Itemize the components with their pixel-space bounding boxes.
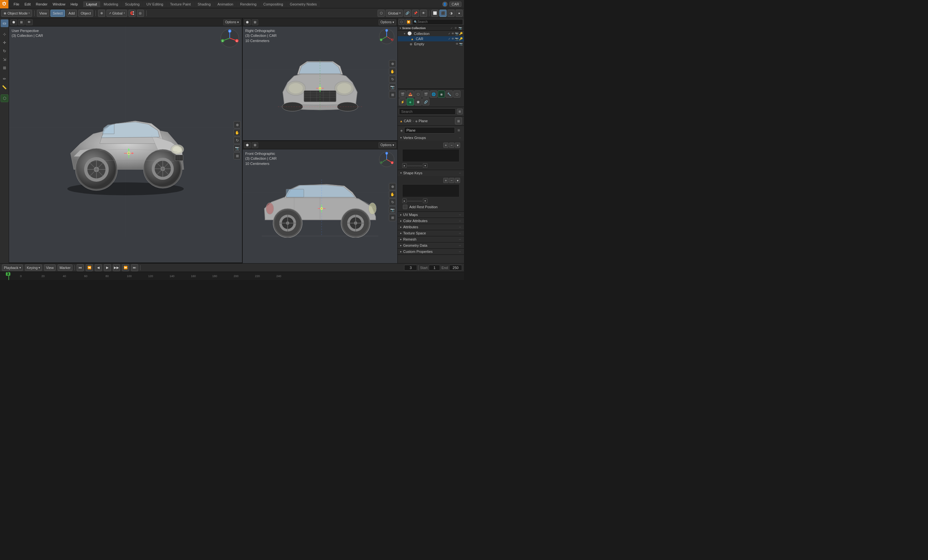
prop-search-input[interactable] xyxy=(399,108,456,115)
vp-select-mode-vertex[interactable]: ⬟ xyxy=(10,20,17,25)
tl-next-frame[interactable]: ▶▶ xyxy=(113,264,120,271)
tool-move[interactable]: ✛ xyxy=(1,39,8,47)
viewport-shading-wire[interactable]: ⬜ xyxy=(431,10,438,17)
front-vp-icon2[interactable]: ⊞ xyxy=(252,142,258,148)
props-physics-icon[interactable]: ⚡ xyxy=(399,98,406,105)
uv-maps-header[interactable]: ▸ UV Maps ↔ xyxy=(398,212,464,218)
tl-prev-btn[interactable]: ⏪ xyxy=(86,264,93,271)
vg-expand-btn[interactable]: ▾ xyxy=(455,143,460,148)
menu-render[interactable]: Render xyxy=(33,2,50,7)
snap-toggle-2[interactable]: 📌 xyxy=(412,10,419,17)
vp-icon-view[interactable]: 👁 xyxy=(26,20,33,25)
breadcrumb-expand[interactable]: ⊞ xyxy=(455,117,462,125)
tab-uv-editing[interactable]: UV Editing xyxy=(143,1,166,7)
props-data-icon[interactable]: ◈ xyxy=(407,98,414,105)
props-modifier-icon[interactable]: 🔧 xyxy=(446,91,453,97)
playback-btn[interactable]: Playback▾ xyxy=(2,265,23,271)
tab-modeling[interactable]: Modeling xyxy=(101,1,122,7)
tab-geometry-nodes[interactable]: Geometry Nodes xyxy=(287,1,320,7)
right-vp-icon1[interactable]: ⬟ xyxy=(244,20,251,25)
global-label-right[interactable]: Global▾ xyxy=(386,10,403,17)
tab-rendering[interactable]: Rendering xyxy=(237,1,260,7)
props-constraint-icon[interactable]: 🔗 xyxy=(422,98,429,105)
props-object-icon[interactable]: ◉ xyxy=(438,91,445,97)
tool-measure[interactable]: 📏 xyxy=(1,84,8,91)
tool-rotate[interactable]: ↻ xyxy=(1,47,8,55)
view-overlay-2[interactable]: 👁 xyxy=(420,10,427,17)
main-vp-options[interactable]: Options ▾ xyxy=(223,20,241,25)
vertex-groups-header[interactable]: ▾ Vertex Groups ↔ xyxy=(398,135,464,141)
link-toggle[interactable]: 🔗 xyxy=(404,10,411,17)
viewport-shading-solid[interactable]: ⬛ xyxy=(440,10,447,17)
transform-gizmo-toggle[interactable]: ⊕ xyxy=(98,10,105,17)
breadcrumb-plane[interactable]: ◈ Plane xyxy=(415,119,428,123)
texture-space-header[interactable]: ▸ Texture Space ↔ xyxy=(398,230,464,236)
menu-help[interactable]: Help xyxy=(68,2,81,7)
tab-layout[interactable]: Layout xyxy=(83,1,100,7)
add-rest-position-checkbox[interactable] xyxy=(403,205,408,209)
attributes-header[interactable]: ▸ Attributes ↔ xyxy=(398,224,464,230)
tab-animation[interactable]: Animation xyxy=(214,1,237,7)
tool-add-cube[interactable]: ⬡ xyxy=(1,94,8,102)
main-viewport[interactable]: ⬟ ⊞ 👁 Options ▾ User Perspective (3) Col… xyxy=(9,18,242,263)
outliner-item-collection[interactable]: ▾ ⚪ Collection ✓👁📷🔑 xyxy=(398,31,464,36)
vg-play-btn[interactable]: ▸ xyxy=(402,163,407,168)
timeline-ruler-area[interactable]: 3 0 20 40 60 80 100 120 140 160 180 200 … xyxy=(0,272,464,280)
start-frame-input[interactable] xyxy=(429,265,440,271)
props-output-icon[interactable]: 📤 xyxy=(407,91,414,97)
outliner-item-car[interactable]: ▲ CAR ✓👁📷🔑 xyxy=(398,36,464,41)
prop-expand-all[interactable]: ⊞ xyxy=(457,109,463,114)
props-material-icon[interactable]: ⬟ xyxy=(415,98,421,105)
keying-btn[interactable]: Keying▾ xyxy=(25,265,43,271)
sk-expand-btn[interactable]: ▾ xyxy=(455,178,460,183)
custom-properties-header[interactable]: ▸ Custom Properties ↔ xyxy=(398,249,464,254)
front-vp-options[interactable]: Options ▾ xyxy=(379,142,396,148)
tl-start-btn[interactable]: ⏮ xyxy=(77,264,84,271)
vg-expand-list[interactable]: ▾ xyxy=(423,163,427,168)
props-world-icon[interactable]: 🌐 xyxy=(430,91,437,97)
overlay-toggle[interactable]: ⬡ xyxy=(378,10,385,17)
tl-view-btn[interactable]: View xyxy=(44,265,56,271)
outliner-view-icon[interactable]: ⬡ xyxy=(398,19,404,25)
viewport-shading-material[interactable]: ◑ xyxy=(447,10,455,17)
snap-toggle[interactable]: 🧲 xyxy=(128,10,136,17)
tool-select-box[interactable]: ▭ xyxy=(1,20,8,27)
current-frame-input[interactable] xyxy=(404,265,417,271)
tool-cursor[interactable]: ⊹ xyxy=(1,30,8,38)
tool-scale[interactable]: ⇲ xyxy=(1,56,8,63)
vg-add-btn[interactable]: + xyxy=(443,143,449,148)
sk-expand-list[interactable]: ▾ xyxy=(423,199,427,203)
sk-add-btn[interactable]: + xyxy=(443,178,449,183)
outliner-item-empty[interactable]: ⊕ Empty 👁📷 xyxy=(398,41,464,47)
tab-compositing[interactable]: Compositing xyxy=(260,1,286,7)
props-view-layer-icon[interactable]: ⬡ xyxy=(415,91,421,97)
tl-next-btn[interactable]: ⏩ xyxy=(122,264,129,271)
sk-remove-btn[interactable]: − xyxy=(449,178,454,183)
right-vp-options[interactable]: Options ▾ xyxy=(379,20,396,25)
tab-shading[interactable]: Shading xyxy=(194,1,214,7)
props-scene-icon[interactable]: 🎬 xyxy=(422,91,429,97)
right-orthographic-viewport[interactable]: ⬟ ⊞ Options ▾ Right Orthographic (3) Col… xyxy=(242,18,397,141)
user-account[interactable]: 👤 xyxy=(442,2,447,7)
tl-end-btn[interactable]: ⏭ xyxy=(131,264,138,271)
end-frame-input[interactable] xyxy=(449,265,462,271)
vg-remove-btn[interactable]: − xyxy=(449,143,454,148)
global-transform-btn[interactable]: ↗ Global ▾ xyxy=(107,10,127,17)
select-btn[interactable]: Select xyxy=(50,10,65,17)
object-btn[interactable]: Object xyxy=(78,10,93,17)
tool-transform[interactable]: ⊞ xyxy=(1,64,8,72)
tool-annotate[interactable]: ✏ xyxy=(1,75,8,83)
object-mode-selector[interactable]: ◉ Object Mode ▾ xyxy=(1,10,32,17)
outliner-filter-icon[interactable]: 🔽 xyxy=(405,19,411,25)
shape-keys-header[interactable]: ▾ Shape Keys ↔ xyxy=(398,170,464,176)
remesh-header[interactable]: ▸ Remesh ↔ xyxy=(398,236,464,242)
right-vp-icon2[interactable]: ⊞ xyxy=(252,20,258,25)
front-vp-icon1[interactable]: ⬟ xyxy=(244,142,251,148)
menu-edit[interactable]: Edit xyxy=(22,2,33,7)
viewport-shading-render[interactable]: ● xyxy=(456,10,463,17)
geometry-data-header[interactable]: ▸ Geometry Data ↔ xyxy=(398,242,464,248)
vp-icon-grid[interactable]: ⊞ xyxy=(18,20,24,25)
prop-name-expand[interactable]: ⊞ xyxy=(456,128,461,133)
tl-play-btn[interactable]: ▶ xyxy=(104,264,111,271)
menu-window[interactable]: Window xyxy=(50,2,68,7)
